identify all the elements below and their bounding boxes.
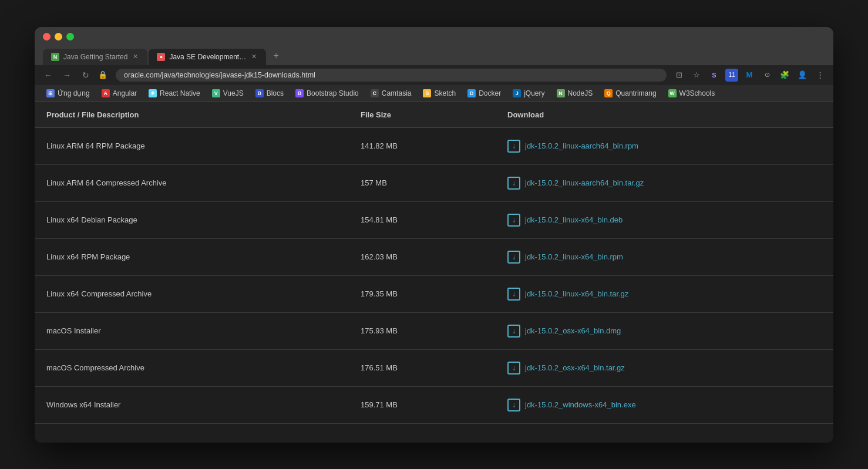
main-content: Product / File Description File Size Dow…: [35, 102, 833, 443]
tab2-close[interactable]: ✕: [250, 53, 258, 60]
cell-description-6: macOS Compressed Archive: [46, 363, 361, 372]
tab-java-getting-started[interactable]: N Java Getting Started ✕: [43, 49, 147, 65]
bookmark-bm-camtasia[interactable]: CCamtasia: [366, 87, 416, 99]
traffic-light-yellow[interactable]: [55, 33, 62, 41]
download-link-4[interactable]: jdk-15.0.2_linux-x64_bin.tar.gz: [525, 289, 628, 298]
bookmark-bm-vuejs[interactable]: VVueJS: [207, 87, 248, 99]
table-row: Windows x64 Installer 159.71 MB ↓ jdk-15…: [35, 387, 833, 424]
lock-icon: 🔒: [98, 70, 107, 79]
star-icon[interactable]: ☆: [690, 69, 703, 82]
download-link-1[interactable]: jdk-15.0.2_linux-aarch64_bin.tar.gz: [525, 178, 644, 187]
extensions-icon[interactable]: 🧩: [778, 69, 791, 82]
bookmark-icon-bm-bootstrap: B: [295, 89, 304, 97]
traffic-light-green[interactable]: [66, 33, 74, 41]
cell-size-7: 159.71 MB: [361, 400, 507, 409]
refresh-button[interactable]: ↻: [79, 69, 92, 82]
tab1-label: Java Getting Started: [63, 53, 127, 61]
profile-icon[interactable]: 👤: [796, 69, 809, 82]
bookmark-bm-blocs[interactable]: BBlocs: [251, 87, 288, 99]
download-link-3[interactable]: jdk-15.0.2_linux-x64_bin.rpm: [525, 252, 623, 261]
bookmark-label-bm-blocs: Blocs: [267, 89, 284, 97]
download-icon-5: ↓: [507, 325, 520, 338]
table-row: macOS Installer 175.93 MB ↓ jdk-15.0.2_o…: [35, 313, 833, 350]
bookmark-bm-bootstrap[interactable]: BBootstrap Studio: [291, 87, 364, 99]
bookmark-icon-bm-nodejs: N: [557, 89, 565, 97]
download-link-2[interactable]: jdk-15.0.2_linux-x64_bin.deb: [525, 215, 623, 224]
bookmark-bm-apps[interactable]: ⊞Ứng dụng: [42, 87, 95, 99]
bookmark-bm-react[interactable]: ⚛React Native: [144, 87, 205, 99]
cell-description-3: Linux x64 RPM Package: [46, 252, 361, 261]
download-icon-3: ↓: [507, 251, 520, 264]
bookmark-icon-bm-w3schools: W: [668, 89, 677, 97]
bookmark-bm-quantrimang[interactable]: QQuantrimang: [600, 87, 661, 99]
bookmark-bm-sketch[interactable]: SSketch: [418, 87, 460, 99]
bookmark-bm-nodejs[interactable]: NNodeJS: [552, 87, 598, 99]
cell-description-0: Linux ARM 64 RPM Package: [46, 141, 361, 150]
cell-download-6: ↓ jdk-15.0.2_osx-x64_bin.tar.gz: [507, 362, 822, 374]
back-button[interactable]: ←: [42, 69, 55, 82]
bookmark-bm-docker[interactable]: DDocker: [463, 87, 506, 99]
table-row: Linux x64 Compressed Archive 179.35 MB ↓…: [35, 276, 833, 313]
forward-button[interactable]: →: [60, 69, 73, 82]
proxy-icon[interactable]: ⊙: [761, 69, 773, 82]
cell-download-2: ↓ jdk-15.0.2_linux-x64_bin.deb: [507, 214, 822, 227]
tab-jdk15[interactable]: ● Java SE Development Kit 15 - D ✕: [149, 49, 266, 65]
download-link-7[interactable]: jdk-15.0.2_windows-x64_bin.exe: [525, 400, 636, 409]
address-input[interactable]: [116, 69, 667, 82]
table-row: Linux ARM 64 RPM Package 141.82 MB ↓ jdk…: [35, 128, 833, 165]
title-bar: N Java Getting Started ✕ ● Java SE Devel…: [35, 27, 833, 65]
menu-icon[interactable]: ⋮: [813, 69, 826, 82]
cell-size-5: 175.93 MB: [361, 326, 507, 335]
download-link-0[interactable]: jdk-15.0.2_linux-aarch64_bin.rpm: [525, 141, 638, 150]
table-body: Linux ARM 64 RPM Package 141.82 MB ↓ jdk…: [35, 128, 833, 424]
traffic-light-red[interactable]: [43, 33, 51, 41]
download-icon-1: ↓: [507, 177, 520, 190]
bookmark-label-bm-quantrimang: Quantrimang: [615, 89, 656, 97]
bookmark-bm-w3schools[interactable]: WW3Schools: [664, 87, 720, 99]
table-row: macOS Compressed Archive 176.51 MB ↓ jdk…: [35, 350, 833, 387]
tab1-icon: N: [51, 53, 59, 61]
cell-size-2: 154.81 MB: [361, 215, 507, 224]
bookmark-label-bm-sketch: Sketch: [434, 89, 456, 97]
cell-size-1: 157 MB: [361, 178, 507, 187]
cell-download-1: ↓ jdk-15.0.2_linux-aarch64_bin.tar.gz: [507, 177, 822, 190]
bookmark-label-bm-nodejs: NodeJS: [568, 89, 593, 97]
bookmark-icon-bm-vuejs: V: [212, 89, 220, 97]
bookmark-label-bm-jquery: jQuery: [524, 89, 544, 97]
cell-download-0: ↓ jdk-15.0.2_linux-aarch64_bin.rpm: [507, 140, 822, 153]
traffic-lights: [43, 33, 825, 41]
table-header: Product / File Description File Size Dow…: [35, 102, 833, 128]
tabs-bar: N Java Getting Started ✕ ● Java SE Devel…: [43, 46, 825, 65]
bookmarks-bar: ⊞Ứng dụngAAngular⚛React NativeVVueJSBBlo…: [35, 85, 833, 102]
bookmark-label-bm-bootstrap: Bootstrap Studio: [307, 89, 359, 97]
translate-icon[interactable]: ⊡: [672, 69, 685, 82]
cell-description-2: Linux x64 Debian Package: [46, 215, 361, 224]
download-link-6[interactable]: jdk-15.0.2_osx-x64_bin.tar.gz: [525, 363, 625, 372]
bookmark-icon-bm-jquery: J: [513, 89, 521, 97]
bookmark-bm-angular[interactable]: AAngular: [97, 87, 142, 99]
download-icon-6: ↓: [507, 362, 520, 374]
download-icon-2: ↓: [507, 214, 520, 227]
cell-size-4: 179.35 MB: [361, 289, 507, 298]
cell-size-3: 162.03 MB: [361, 252, 507, 261]
tab-add-button[interactable]: +: [267, 46, 284, 65]
bookmark-icon-bm-react: ⚛: [149, 89, 157, 97]
bookmark-label-bm-vuejs: VueJS: [223, 89, 244, 97]
cell-download-4: ↓ jdk-15.0.2_linux-x64_bin.tar.gz: [507, 288, 822, 301]
col-header-description: Product / File Description: [46, 110, 361, 119]
bookmark-icon-bm-camtasia: C: [371, 89, 379, 97]
tab1-close[interactable]: ✕: [132, 53, 139, 60]
toolbar-icons: ⊡ ☆ S 11 M ⊙ 🧩 👤 ⋮: [672, 69, 826, 82]
download-icon-7: ↓: [507, 399, 520, 411]
bookmark-icon-bm-quantrimang: Q: [604, 89, 613, 97]
cell-download-7: ↓ jdk-15.0.2_windows-x64_bin.exe: [507, 399, 822, 411]
download-link-5[interactable]: jdk-15.0.2_osx-x64_bin.dmg: [525, 326, 621, 335]
address-bar-row: ← → ↻ 🔒 ⊡ ☆ S 11 M ⊙ 🧩 👤 ⋮: [35, 65, 833, 85]
browser-window: N Java Getting Started ✕ ● Java SE Devel…: [35, 27, 833, 443]
bookmark-bm-jquery[interactable]: JjQuery: [508, 87, 549, 99]
grammarly-icon[interactable]: S: [708, 69, 721, 82]
badge-icon[interactable]: 11: [725, 69, 738, 82]
cell-description-5: macOS Installer: [46, 326, 361, 335]
edge-icon[interactable]: M: [743, 69, 756, 82]
bookmark-icon-bm-apps: ⊞: [46, 89, 55, 97]
